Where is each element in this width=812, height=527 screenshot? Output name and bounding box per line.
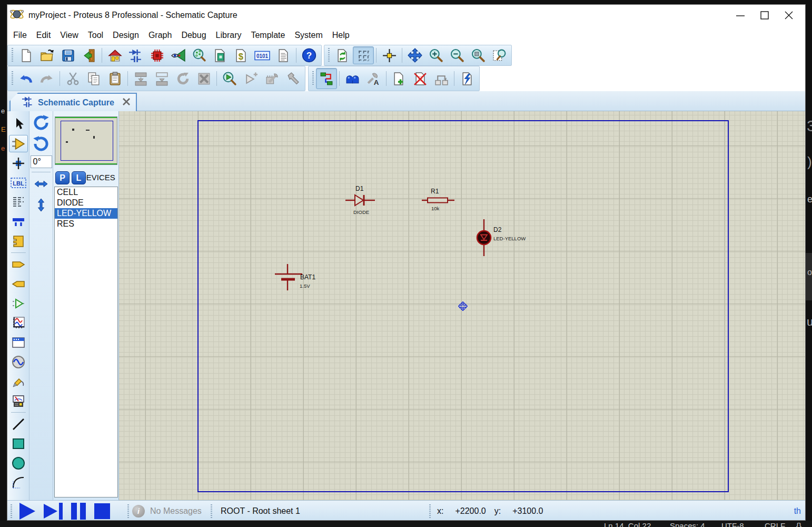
wire-autorouter-button[interactable] [316,68,337,89]
menu-debug[interactable]: Debug [176,28,211,43]
3d-viewer-button[interactable] [167,46,189,64]
generator-mode-button[interactable] [9,353,28,370]
analogue-graph-mode-button[interactable] [9,314,28,331]
maximize-button[interactable] [752,7,777,24]
toolbar-grip[interactable] [328,48,330,63]
menu-template[interactable]: Template [246,28,290,43]
2d-path-mode-button[interactable] [9,493,28,500]
packaging-tool-button[interactable] [261,68,282,89]
pcb-layout-button[interactable] [146,46,167,64]
device-list-item[interactable]: RES [55,219,117,229]
pause-button[interactable] [71,503,86,520]
device-list-item[interactable]: CELL [55,187,117,198]
goto-sheet-button[interactable] [431,68,452,89]
2d-circle-mode-button[interactable] [9,454,28,472]
help-button[interactable]: ? [299,46,320,64]
grid-toggle-button[interactable] [353,46,374,64]
import-project-button[interactable] [78,46,100,64]
menu-design[interactable]: Design [108,28,144,43]
menu-library[interactable]: Library [211,28,246,43]
zoom-in-button[interactable] [425,46,447,64]
origin-button[interactable] [379,46,400,64]
menu-graph[interactable]: Graph [144,28,176,43]
subcircuit-mode-button[interactable] [9,232,28,250]
component-d2-led[interactable]: D2 LED-YELLOW [475,219,543,259]
device-list-item[interactable]: DIODE [55,198,117,208]
source-code-button[interactable]: 0101 [252,46,273,64]
pan-button[interactable] [404,46,425,64]
rotation-angle-field[interactable]: 0° [31,155,52,168]
tab-close-icon[interactable] [122,97,131,109]
zoom-area-button[interactable] [489,46,510,64]
block-rotate-button[interactable] [172,68,193,89]
toolbar-grip[interactable] [12,71,13,86]
save-project-button[interactable] [57,46,78,64]
menu-file[interactable]: File [8,28,32,43]
new-project-button[interactable] [15,46,36,64]
new-sheet-button[interactable] [389,68,410,89]
property-assignment-button[interactable]: A [363,68,384,89]
buses-mode-button[interactable] [9,213,28,230]
toolbar-grip[interactable] [12,48,13,63]
copy-button[interactable] [83,68,104,89]
undo-button[interactable] [15,68,36,89]
decompose-button[interactable] [282,68,303,89]
schematic-canvas[interactable]: D1 DIODE R1 [119,111,805,500]
junction-dot-mode-button[interactable] [9,154,28,172]
redo-button[interactable] [36,68,57,89]
tab-schematic-capture[interactable]: Schematic Capture [9,93,137,111]
bill-of-materials-button[interactable]: $ [231,46,252,64]
menu-help[interactable]: Help [328,28,354,43]
minimize-button[interactable] [728,7,752,24]
design-notes-button[interactable] [273,46,294,64]
play-button[interactable] [19,503,35,520]
block-copy-button[interactable] [130,68,151,89]
voltage-probe-mode-button[interactable] [9,373,28,390]
rotate-anticlockwise-button[interactable] [31,134,51,153]
gerber-viewer-button[interactable] [189,46,210,64]
rotate-clockwise-button[interactable] [31,113,51,132]
component-bat1-battery[interactable]: BAT1 1.5V [271,263,331,295]
2d-arc-mode-button[interactable] [9,474,28,491]
schematic-capture-button[interactable] [125,46,146,64]
open-project-button[interactable] [36,46,57,64]
design-explorer-button[interactable] [210,46,231,64]
menu-tool[interactable]: Tool [83,28,108,43]
mirror-horizontal-button[interactable] [31,174,51,193]
menu-edit[interactable]: Edit [32,28,56,43]
toolbar-grip[interactable] [312,71,314,86]
component-mode-button[interactable] [9,135,28,152]
redraw-display-button[interactable] [332,46,353,64]
component-d1-diode[interactable]: D1 DIODE [344,185,394,217]
graph-mode-button[interactable] [9,295,28,312]
remove-sheet-button[interactable] [410,68,431,89]
block-move-button[interactable] [151,68,172,89]
current-probe-mode-button[interactable] [9,392,28,409]
mirror-vertical-button[interactable] [31,196,51,214]
pick-devices-button[interactable]: P [55,171,70,184]
menu-view[interactable]: View [55,28,83,43]
terminals-mode-button[interactable] [9,256,28,273]
library-manager-button[interactable]: L [72,171,86,184]
block-delete-button[interactable] [193,68,214,89]
electrical-rules-check-button[interactable] [457,68,478,89]
search-tag-button[interactable] [342,68,363,89]
cut-button[interactable] [62,68,83,89]
stop-button[interactable] [94,503,110,519]
make-device-button[interactable] [240,68,261,89]
device-list-item-selected[interactable]: LED-YELLOW [55,208,117,219]
zoom-to-part-button[interactable] [219,68,240,89]
2d-box-mode-button[interactable] [9,435,28,452]
wire-label-mode-button[interactable]: LBL [9,174,28,191]
schematic-preview[interactable] [55,116,117,165]
close-button[interactable] [777,7,801,24]
selection-mode-button[interactable] [9,115,28,133]
component-r1-resistor[interactable]: R1 10k [422,188,472,214]
zoom-out-button[interactable] [447,46,468,64]
home-page-button[interactable] [104,46,125,64]
paste-button[interactable] [104,68,125,89]
2d-line-mode-button[interactable] [9,415,28,433]
menu-system[interactable]: System [290,28,327,43]
active-popup-mode-button[interactable] [9,334,28,351]
device-pins-mode-button[interactable] [9,275,28,292]
